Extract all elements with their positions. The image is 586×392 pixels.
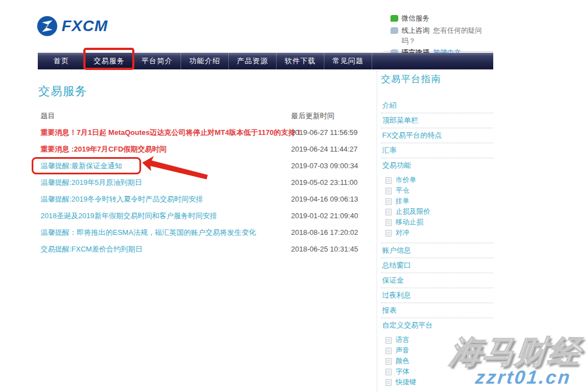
announcement-link[interactable]: 重要消息 :2019年7月CFD假期交易时间 [41, 141, 167, 158]
sidebar-subitem-label: 止损及限价 [395, 208, 430, 216]
sidebar-subitem-label: 字体 [395, 368, 409, 376]
content-sidebar-divider [377, 71, 377, 392]
nav-tab-home[interactable]: 首页 [38, 53, 86, 69]
chat-text: 线上咨询 您有任何的疑问吗？ [402, 26, 492, 47]
sidebar-item-summary-window[interactable]: 总结窗口 [381, 258, 493, 273]
chat-bubble-icon [390, 27, 398, 34]
document-icon [385, 219, 392, 226]
sidebar-subitem[interactable]: 快捷键 [383, 377, 493, 388]
nav-tab-product-resources[interactable]: 产品资源 [229, 53, 277, 69]
sidebar-subitem-label: 语言 [395, 336, 409, 344]
platform-guide-sidebar: 交易平台指南 介紹顶部菜单栏FX交易平台的特点汇率交易功能市价单平仓挂单止损及限… [381, 73, 493, 392]
document-icon [385, 379, 392, 386]
sidebar-item-intro[interactable]: 介紹 [381, 98, 493, 113]
announcement-table: 题目 最后更新时间 重要消息！7月1日起 MetaQoutes迈达克公司将停止对… [38, 108, 367, 258]
table-row: 温馨提醒：即将推出的ESMA法规，福汇英国的账户交易将发生变化2018-08-1… [38, 224, 367, 241]
nav-tab-features[interactable]: 功能介绍 [181, 53, 229, 69]
fxcm-logo-icon [37, 16, 58, 37]
fxcm-logo[interactable]: FXCM [37, 16, 108, 37]
sidebar-subitem-label: 平仓 [395, 187, 409, 195]
document-icon [385, 188, 392, 194]
sidebar-subitem[interactable]: 颜色 [383, 356, 493, 366]
document-icon [385, 198, 392, 205]
sidebar-subitem[interactable]: 对冲 [383, 228, 493, 238]
updated-time: 2019-06-24 11:44:27 [291, 141, 358, 158]
announcement-link[interactable]: 交易提醒:FXCM差价合约到期日 [41, 241, 142, 258]
sidebar-subitem[interactable]: 语言 [383, 335, 493, 345]
announcement-link[interactable]: 温馨提醒:2019冬令时转入夏令时产品交易时间安排 [41, 191, 203, 208]
document-icon [385, 348, 392, 354]
table-row: 温馨提醒:2019年5月原油到期日2019-05-02 23:11:00 [38, 174, 367, 191]
sidebar-subitem-label: 市价单 [395, 176, 417, 184]
wechat-service-link[interactable]: 微信服务 [390, 13, 492, 24]
sidebar-item-rollover-interest[interactable]: 过夜利息 [381, 288, 493, 303]
table-row: 重要消息 :2019年7月CFD假期交易时间2019-06-24 11:44:2… [38, 141, 367, 158]
updated-time: 2019-05-02 23:11:00 [291, 174, 358, 191]
table-row: 重要消息！7月1日起 MetaQoutes迈达克公司将停止对MT4版本低于117… [38, 124, 367, 141]
main-nav: 首页交易服务平台简介功能介绍产品资源软件下载常见问题 [38, 53, 493, 69]
updated-time: 2018-08-16 17:20:02 [291, 224, 358, 241]
sidebar-item-rates[interactable]: 汇率 [381, 143, 493, 158]
nav-tab-software-download[interactable]: 软件下载 [277, 53, 324, 69]
updated-time: 2019-07-03 09:00:34 [291, 158, 358, 174]
wechat-icon [390, 15, 398, 22]
announcement-link[interactable]: 温馨提醒:2019年5月原油到期日 [41, 174, 142, 191]
table-row: 2018圣诞及2019新年假期交易时间和客户服务时间安排2019-01-02 2… [38, 208, 367, 224]
document-icon [385, 177, 392, 184]
wechat-label: 微信服务 [402, 13, 429, 24]
sidebar-item-account-info[interactable]: 账户信息 [381, 243, 493, 258]
document-icon [385, 369, 392, 375]
announcement-link[interactable]: 重要消息！7月1日起 MetaQoutes迈达克公司将停止对MT4版本低于117… [41, 124, 303, 141]
sidebar-subitem-label: 移动止损 [395, 218, 423, 227]
document-icon [385, 209, 392, 215]
sidebar-item-margin[interactable]: 保证金 [381, 273, 493, 288]
sidebar-title: 交易平台指南 [381, 73, 493, 86]
online-chat-link[interactable]: 线上咨询 您有任何的疑问吗？ [390, 26, 492, 47]
sidebar-item-customize-platform[interactable]: 自定义交易平台 [381, 318, 493, 333]
nav-tab-platform-intro[interactable]: 平台简介 [133, 53, 181, 69]
announcement-link[interactable]: 2018圣诞及2019新年假期交易时间和客户服务时间安排 [41, 208, 217, 224]
sidebar-item-trading-functions[interactable]: 交易功能 [381, 158, 493, 173]
announcement-link[interactable]: 温馨提醒：即将推出的ESMA法规，福汇英国的账户交易将发生变化 [41, 224, 256, 241]
nav-tab-trading-services[interactable]: 交易服务 [86, 53, 133, 69]
sidebar-subitem-label: 颜色 [395, 357, 409, 365]
sidebar-subitem[interactable]: 市价单 [383, 175, 493, 185]
page-title: 交易服务 [38, 83, 87, 99]
document-icon [385, 358, 392, 365]
sidebar-subitem-label: 对冲 [395, 229, 409, 237]
sidebar-item-fx-platform-features[interactable]: FX交易平台的特点 [381, 128, 493, 143]
updated-time: 2019-04-16 09:06:13 [291, 191, 358, 208]
updated-time: 2018-06-25 10:31:45 [291, 241, 358, 258]
table-rows: 重要消息！7月1日起 MetaQoutes迈达克公司将停止对MT4版本低于117… [38, 124, 367, 258]
sidebar-subitem[interactable]: 止损及限价 [383, 207, 493, 217]
sidebar-subitem[interactable]: 挂单 [383, 196, 493, 207]
sidebar-subitem-label: 快捷键 [395, 378, 417, 386]
sidebar-items: 介紹顶部菜单栏FX交易平台的特点汇率交易功能市价单平仓挂单止损及限价移动止损对冲… [381, 98, 493, 392]
sidebar-item-top-menu-bar[interactable]: 顶部菜单栏 [381, 113, 493, 128]
table-row: 温馨提醒:2019冬令时转入夏令时产品交易时间安排2019-04-16 09:0… [38, 191, 367, 208]
sidebar-group-customize-platform: 语言声音颜色字体快捷键 [381, 333, 493, 392]
nav-tab-faq[interactable]: 常见问题 [324, 53, 372, 69]
sidebar-subitem-label: 声音 [395, 346, 409, 355]
column-updated: 最后更新时间 [291, 108, 334, 124]
table-row: 温馨提醒:最新保证金通知2019-07-03 09:00:34 [38, 158, 367, 174]
updated-time: 2019-06-27 11:56:59 [291, 124, 358, 141]
sidebar-subitem[interactable]: 声音 [383, 345, 493, 356]
announcement-link[interactable]: 温馨提醒:最新保证金通知 [41, 158, 122, 174]
sidebar-subitem[interactable]: 字体 [383, 366, 493, 377]
sidebar-subitem-label: 挂单 [395, 197, 409, 205]
sidebar-subitem[interactable]: 平仓 [383, 185, 493, 196]
sidebar-group-trading-functions: 市价单平仓挂单止损及限价移动止损对冲 [381, 173, 493, 243]
fxcm-trading-services-page: FXCM 微信服务 线上咨询 您有任何的疑问吗？ 语言选择 繁體中文 首页交易服… [0, 0, 586, 392]
table-header: 题目 最后更新时间 [38, 108, 367, 124]
header-divider [383, 51, 493, 52]
document-icon [385, 337, 392, 344]
table-row: 交易提醒:FXCM差价合约到期日2018-06-25 10:31:45 [38, 241, 367, 258]
column-title: 题目 [41, 108, 55, 124]
sidebar-subitem[interactable]: 移动止损 [383, 217, 493, 228]
sidebar-item-reports[interactable]: 报表 [381, 303, 493, 318]
updated-time: 2019-01-02 21:09:40 [291, 208, 358, 224]
document-icon [385, 230, 392, 237]
logo-text: FXCM [62, 17, 108, 35]
